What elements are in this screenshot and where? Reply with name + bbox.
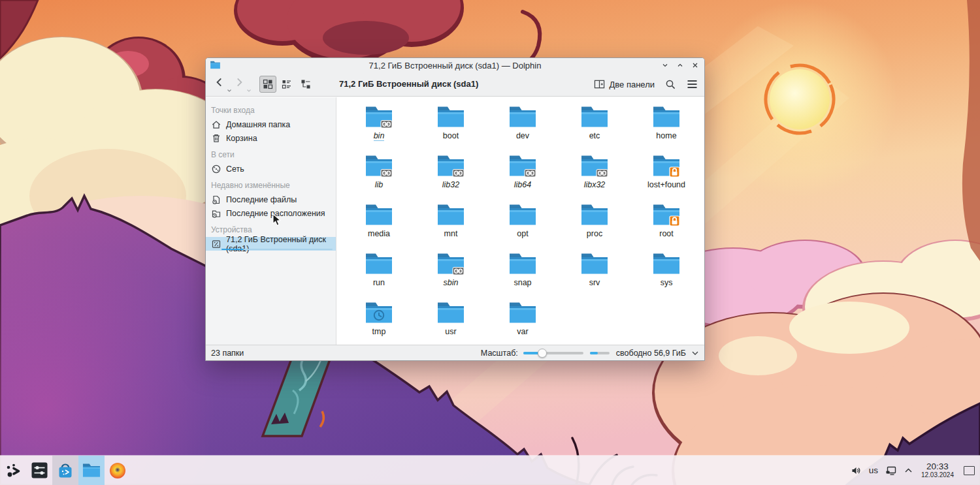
capacity-bar — [590, 352, 610, 354]
sidebar-item-network[interactable]: Сеть — [206, 162, 336, 176]
maximize-button[interactable] — [674, 59, 685, 70]
folder-label: var — [517, 327, 528, 336]
sidebar-item-label: 71,2 ГиБ Встроенный диск (sda1) — [226, 235, 331, 253]
dolphin-button[interactable] — [78, 456, 105, 485]
home-icon — [211, 119, 221, 130]
trash-icon — [211, 133, 221, 144]
folder-item[interactable]: home — [630, 103, 702, 152]
close-button[interactable] — [689, 59, 700, 70]
folder-label: run — [373, 278, 385, 287]
folder-label: root — [659, 229, 674, 238]
folder-item[interactable]: tmp — [343, 299, 415, 345]
recent-files-icon — [211, 195, 221, 205]
firefox-button[interactable] — [105, 456, 131, 485]
dolphin-window: 71,2 ГиБ Встроенный диск (sda1) — Dolphi… — [205, 57, 705, 361]
zoom-slider-knob[interactable] — [538, 349, 547, 358]
symlink-emblem — [596, 170, 608, 178]
statusbar: 23 папки Масштаб: свободно 56,9 ГиБ — [206, 345, 704, 360]
folder-label: proc — [587, 229, 602, 238]
folder-item[interactable]: run — [343, 250, 415, 299]
sidebar-item-recent-files[interactable]: Последние файлы — [206, 193, 336, 206]
folder-view[interactable]: binbootdevetchomeliblib32lib64libx32lost… — [336, 97, 704, 345]
folder-icon — [436, 251, 466, 276]
system-settings-button[interactable] — [26, 456, 52, 485]
app-launcher-button[interactable] — [0, 456, 26, 485]
folder-item[interactable]: lib — [343, 152, 415, 201]
symlink-emblem — [525, 170, 536, 178]
folder-item[interactable]: mnt — [415, 201, 487, 250]
folder-item[interactable]: var — [487, 299, 559, 345]
folder-item[interactable]: snap — [487, 250, 559, 299]
folder-label: snap — [514, 278, 531, 287]
folder-item[interactable]: lib32 — [415, 152, 487, 201]
discover-icon — [56, 462, 74, 480]
sidebar-item-label: Корзина — [226, 134, 257, 143]
folder-item[interactable]: root — [630, 201, 702, 250]
zoom-label: Масштаб: — [481, 349, 518, 358]
folder-label: usr — [445, 327, 456, 336]
show-desktop-button[interactable] — [964, 466, 975, 475]
titlebar[interactable]: 71,2 ГиБ Встроенный диск (sda1) — Dolphi… — [206, 58, 704, 72]
folder-label: home — [656, 131, 676, 140]
folder-item[interactable]: srv — [559, 250, 630, 299]
folder-item[interactable]: bin — [343, 103, 415, 152]
minimize-button[interactable] — [659, 59, 670, 70]
sidebar-item-home[interactable]: Домашняя папка — [206, 117, 336, 131]
folder-label: sys — [661, 278, 673, 287]
folder-item[interactable]: media — [343, 201, 415, 250]
sidebar-item-device-sda1[interactable]: 71,2 ГиБ Встроенный диск (sda1) — [206, 237, 336, 251]
details-view-icon — [301, 79, 311, 89]
folder-item[interactable]: lib64 — [487, 152, 559, 201]
back-button[interactable] — [214, 76, 228, 92]
symlink-emblem — [453, 170, 464, 178]
folder-item[interactable]: dev — [487, 103, 559, 152]
folder-item[interactable]: lost+found — [630, 152, 702, 201]
forward-history-chevron-icon[interactable] — [246, 89, 252, 93]
tray-expand-chevron-icon[interactable] — [904, 467, 913, 473]
forward-icon — [233, 76, 245, 88]
folder-item[interactable]: boot — [415, 103, 487, 152]
sidebar-item-trash[interactable]: Корзина — [206, 131, 336, 145]
search-icon[interactable] — [665, 79, 676, 90]
folder-item[interactable]: libx32 — [559, 152, 630, 201]
folder-item[interactable]: sbin — [415, 250, 487, 299]
details-view-button[interactable] — [297, 76, 314, 93]
window-app-icon — [210, 60, 221, 70]
network-tray-icon[interactable] — [885, 465, 897, 476]
device-usage-fill — [221, 249, 244, 251]
statusbar-chevron-down-icon[interactable] — [691, 351, 699, 356]
volume-icon[interactable] — [851, 465, 862, 476]
discover-button[interactable] — [52, 456, 78, 485]
sidebar-item-recent-locations[interactable]: Последние расположения — [206, 206, 336, 220]
folder-icon — [580, 104, 610, 129]
window-title: 71,2 ГиБ Встроенный диск (sda1) — Dolphi… — [206, 61, 704, 70]
icons-view-button[interactable] — [259, 76, 276, 93]
folder-item[interactable]: etc — [559, 103, 630, 152]
keyboard-layout-indicator[interactable]: us — [869, 465, 878, 475]
zoom-slider[interactable] — [523, 348, 583, 358]
folder-label: lib — [375, 180, 384, 189]
sidebar-item-label: Домашняя папка — [226, 120, 290, 129]
folder-item[interactable]: opt — [487, 201, 559, 250]
folder-icon — [436, 153, 466, 178]
clock-date: 12.03.2024 — [921, 472, 954, 478]
sidebar-item-label: Сеть — [226, 164, 244, 174]
folder-item[interactable]: usr — [415, 299, 487, 345]
folder-item[interactable]: proc — [559, 201, 630, 250]
compact-view-button[interactable] — [278, 76, 295, 93]
recent-section-header: Недавно изменённые — [206, 176, 336, 193]
back-history-chevron-icon[interactable] — [227, 89, 232, 93]
folder-label: libx32 — [584, 180, 606, 189]
sidebar-item-label: Последние файлы — [226, 195, 297, 204]
digital-clock[interactable]: 20:33 12.03.2024 — [921, 462, 954, 479]
folder-icon — [508, 251, 538, 276]
folder-icon — [364, 153, 394, 178]
folder-icon — [364, 104, 394, 129]
folder-item[interactable]: sys — [630, 250, 702, 299]
drive-icon — [211, 239, 221, 249]
clock-time: 20:33 — [921, 462, 954, 471]
folder-icon — [580, 153, 610, 178]
hamburger-menu-icon[interactable] — [687, 80, 698, 89]
forward-button[interactable] — [233, 76, 248, 92]
split-view-button[interactable]: Две панели — [594, 79, 655, 89]
